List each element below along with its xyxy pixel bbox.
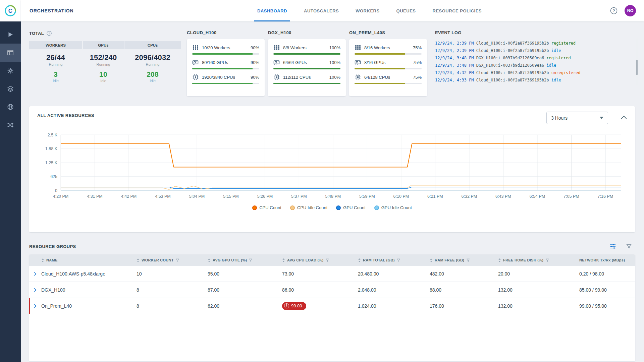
column-header-network[interactable]: NETWORK Tx/Rx (MBps) bbox=[579, 258, 635, 262]
running-label: Running bbox=[29, 62, 82, 66]
metric-label: 10/20 Workers bbox=[202, 45, 230, 50]
column-header-worker-count[interactable]: WORKER COUNT bbox=[137, 258, 208, 262]
sort-icon[interactable] bbox=[498, 258, 501, 262]
sort-icon[interactable] bbox=[137, 258, 140, 262]
filter-icon[interactable] bbox=[545, 258, 549, 262]
svg-text:5:48 PM: 5:48 PM bbox=[325, 194, 341, 199]
tab-queues[interactable]: QUEUES bbox=[388, 0, 424, 21]
sidebar-nav bbox=[0, 21, 21, 134]
event-status: unregistered bbox=[551, 70, 581, 75]
column-header-name[interactable]: NAME bbox=[41, 258, 137, 262]
cell-avg-gpu-util: 87.00 bbox=[208, 287, 282, 293]
metric-label: 8/16 GPUs bbox=[364, 60, 386, 65]
sort-icon[interactable] bbox=[208, 258, 211, 262]
filter-icon[interactable] bbox=[176, 258, 179, 262]
event-resource: Cloud_H100:i-00f2a87f369195b2b bbox=[476, 41, 549, 46]
logo-text: C bbox=[8, 8, 12, 14]
running-label: Running bbox=[83, 62, 124, 66]
collapse-chart-button[interactable] bbox=[621, 116, 627, 119]
sort-icon[interactable] bbox=[41, 258, 44, 262]
avatar[interactable]: NO bbox=[625, 5, 636, 16]
expand-row-button[interactable] bbox=[29, 287, 41, 293]
total-column-cpus: CPUs2096/4032Running208Idle bbox=[124, 41, 181, 83]
metric-progress-bar bbox=[273, 68, 340, 69]
workers-icon bbox=[355, 44, 361, 51]
running-count: 26/44 bbox=[29, 53, 82, 62]
cluster-metric: 80/160 GPUs90% bbox=[192, 59, 259, 69]
filter-icon[interactable] bbox=[249, 258, 253, 262]
total-column-workers: WORKERS26/44Running3Idle bbox=[29, 41, 82, 83]
tab-autoscalers[interactable]: AUTOSCALERS bbox=[296, 0, 347, 21]
column-label: FREE HOME DISK (%) bbox=[503, 258, 543, 262]
event-log-list: 12/9/24, 2:39 PM Cloud_H100:i-00f2a87f36… bbox=[435, 40, 635, 84]
svg-text:6:32 PM: 6:32 PM bbox=[462, 194, 477, 199]
metric-percent: 75% bbox=[413, 45, 422, 50]
help-button[interactable]: ? bbox=[610, 7, 618, 15]
tab-dashboard[interactable]: DASHBOARD bbox=[249, 0, 296, 21]
sidebar-item-resource-pools[interactable] bbox=[0, 98, 21, 116]
legend-label: CPU Idle Count bbox=[297, 205, 327, 210]
legend-item-gpu-idle-count[interactable]: GPU Idle Count bbox=[374, 205, 412, 210]
column-header-ram-total[interactable]: RAM TOTAL (GB) bbox=[358, 258, 430, 262]
sidebar-item-resource-policies[interactable] bbox=[0, 116, 21, 134]
cluster-title: CLOUD_H100 bbox=[187, 30, 265, 35]
time-range-value: 3 Hours bbox=[551, 115, 568, 121]
help-icon: ? bbox=[610, 7, 618, 15]
svg-text:5:59 PM: 5:59 PM bbox=[359, 194, 375, 199]
workers-gear-icon bbox=[7, 67, 14, 74]
column-header-free-home-disk[interactable]: FREE HOME DISK (%) bbox=[498, 258, 579, 262]
time-range-select[interactable]: 3 Hours bbox=[546, 112, 608, 124]
legend-marker bbox=[290, 205, 295, 210]
legend-label: GPU Count bbox=[343, 205, 365, 210]
table-settings-button[interactable] bbox=[609, 243, 616, 250]
chevron-right-icon bbox=[32, 303, 38, 309]
legend-item-cpu-idle-count[interactable]: CPU Idle Count bbox=[290, 205, 327, 210]
metric-label: 80/160 GPUs bbox=[202, 60, 228, 65]
event-resource: Cloud_H100:i-00f2a87f369195b2b bbox=[476, 78, 549, 82]
cell-ram-free: 176.00 bbox=[430, 303, 498, 309]
legend-item-gpu-count[interactable]: GPU Count bbox=[336, 205, 365, 210]
sort-icon[interactable] bbox=[358, 258, 361, 262]
svg-text:6:54 PM: 6:54 PM bbox=[530, 194, 545, 199]
sidebar-item-workers[interactable] bbox=[0, 62, 21, 80]
sidebar-item-dashboard[interactable] bbox=[0, 44, 21, 62]
column-header-ram-free[interactable]: RAM FREE (GB) bbox=[430, 258, 498, 262]
sidebar: C bbox=[0, 0, 21, 362]
svg-text:7:16 PM: 7:16 PM bbox=[598, 194, 613, 199]
cell-avg-cpu-load: 86.00 bbox=[282, 287, 358, 293]
svg-text:625: 625 bbox=[50, 174, 57, 179]
column-header-avg-gpu-util[interactable]: AVG GPU UTIL (%) bbox=[208, 258, 282, 262]
event-timestamp: 12/9/24, 3:48 PM bbox=[435, 63, 474, 68]
info-icon[interactable] bbox=[47, 31, 52, 36]
chevron-right-icon bbox=[32, 287, 38, 293]
resource-policies-flow-icon bbox=[7, 121, 14, 129]
event-log-scrollbar-thumb[interactable] bbox=[636, 60, 638, 75]
event-timestamp: 12/9/24, 2:39 PM bbox=[435, 48, 474, 53]
app-logo[interactable]: C bbox=[0, 0, 21, 21]
expand-row-button[interactable] bbox=[29, 271, 41, 277]
filter-icon[interactable] bbox=[397, 258, 400, 262]
clear-filters-button[interactable] bbox=[626, 243, 632, 250]
event-status: registered bbox=[551, 41, 576, 46]
sidebar-item-launch[interactable] bbox=[0, 25, 21, 44]
running-count: 152/240 bbox=[83, 53, 124, 62]
sort-icon[interactable] bbox=[430, 258, 433, 262]
gpu-icon bbox=[273, 59, 280, 66]
cluster-card: 8/16 Workers75%8/16 GPUs75%64/128 CPUs75… bbox=[349, 39, 427, 96]
cell-free-home-disk: 132.00 bbox=[498, 303, 579, 309]
sort-icon[interactable] bbox=[282, 258, 285, 262]
legend-item-cpu-count[interactable]: CPU Count bbox=[252, 205, 281, 210]
expand-row-button[interactable] bbox=[29, 303, 41, 309]
svg-text:5:37 PM: 5:37 PM bbox=[291, 194, 307, 199]
column-label: WORKER COUNT bbox=[142, 258, 174, 262]
tab-resource-policies[interactable]: RESOURCE POLICIES bbox=[424, 0, 490, 21]
top-row: TOTAL WORKERS26/44Running3IdleGPUs152/24… bbox=[29, 30, 635, 96]
column-header-avg-cpu-load[interactable]: AVG CPU LOAD (%) bbox=[282, 258, 358, 262]
sidebar-item-queues[interactable] bbox=[0, 80, 21, 98]
svg-text:0: 0 bbox=[55, 188, 57, 193]
tab-workers[interactable]: WORKERS bbox=[347, 0, 388, 21]
filter-icon[interactable] bbox=[466, 258, 470, 262]
svg-text:4:31 PM: 4:31 PM bbox=[87, 194, 103, 199]
top-header: ORCHESTRATION DASHBOARDAUTOSCALERSWORKER… bbox=[21, 0, 644, 21]
filter-icon[interactable] bbox=[325, 258, 329, 262]
